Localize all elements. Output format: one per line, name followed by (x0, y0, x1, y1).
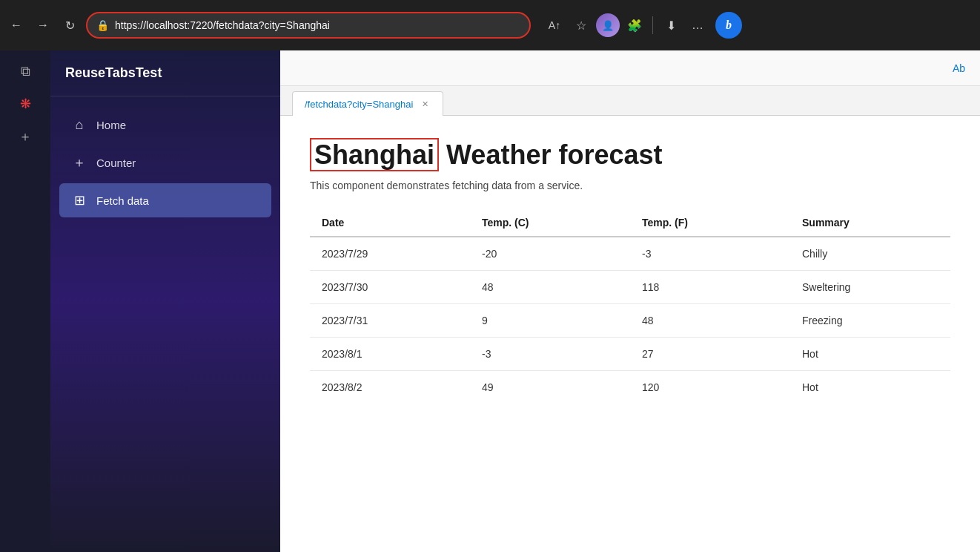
copy-icon[interactable]: ⧉ (12, 58, 39, 85)
tab-fetchdata[interactable]: /fetchdata?city=Shanghai ✕ (292, 91, 443, 116)
cell-temp_f: 48 (630, 304, 790, 338)
sidebar-item-counter-label: Counter (96, 157, 136, 169)
profile-avatar[interactable]: 👤 (596, 13, 620, 37)
cell-date: 2023/7/30 (310, 271, 470, 304)
sidebar: ReuseTabsTest ⌂ Home ＋ Counter ⊞ Fetch d… (50, 50, 280, 552)
downloads-button[interactable]: ⬇ (659, 13, 683, 37)
table-row: 2023/7/29-20-3Chilly (310, 237, 950, 271)
table-row: 2023/7/3048118Sweltering (310, 271, 950, 304)
browser-menu-button[interactable]: … (686, 13, 709, 37)
cell-summary: Sweltering (790, 271, 950, 304)
cell-temp_f: -3 (630, 237, 790, 271)
sidebar-nav: ⌂ Home ＋ Counter ⊞ Fetch data (50, 96, 280, 229)
reload-button[interactable]: ↻ (59, 15, 80, 36)
app-container: ⧉ ❋ ＋ ReuseTabsTest ⌂ Home ＋ Counter ⊞ F… (0, 50, 980, 552)
plus-icon: ＋ (71, 154, 87, 171)
col-temp-f: Temp. (F) (630, 209, 790, 237)
city-name: Shanghai (310, 138, 439, 171)
extensions-button[interactable]: 🧩 (623, 13, 646, 37)
cell-summary: Hot (790, 338, 950, 371)
sidebar-outer: ⧉ ❋ ＋ (0, 50, 50, 552)
table-row: 2023/8/1-327Hot (310, 338, 950, 371)
content-topbar: Ab (280, 50, 980, 86)
cell-summary: Chilly (790, 237, 950, 271)
add-tab-icon[interactable]: ＋ (12, 123, 39, 150)
forward-button[interactable]: → (33, 15, 53, 36)
sidebar-item-home-label: Home (96, 119, 126, 131)
favorites-button[interactable]: ☆ (569, 13, 593, 37)
cell-temp_f: 27 (630, 338, 790, 371)
grid-icon: ⊞ (71, 192, 87, 208)
cell-temp_f: 120 (630, 371, 790, 404)
about-link[interactable]: Ab (953, 62, 965, 74)
page-title: Shanghai Weather forecast (310, 139, 950, 171)
cell-date: 2023/7/31 (310, 304, 470, 338)
browser-toolbar: A↑ ☆ 👤 🧩 ⬇ … b (543, 12, 742, 39)
col-summary: Summary (790, 209, 950, 237)
weather-table: Date Temp. (C) Temp. (F) Summary 2023/7/… (310, 209, 950, 404)
cell-temp_f: 118 (630, 271, 790, 304)
bing-button[interactable]: b (715, 12, 742, 39)
cell-date: 2023/7/29 (310, 237, 470, 271)
page-subtitle: This component demonstrates fetching dat… (310, 180, 950, 191)
sidebar-item-home[interactable]: ⌂ Home (59, 108, 271, 142)
url-input[interactable]: https://localhost:7220/fetchdata?city=Sh… (115, 19, 520, 31)
read-aloud-button[interactable]: A↑ (543, 13, 566, 37)
lock-icon: 🔒 (96, 19, 109, 31)
sidebar-item-counter[interactable]: ＋ Counter (59, 145, 271, 180)
cell-temp_c: 9 (470, 304, 630, 338)
tab-label: /fetchdata?city=Shanghai (305, 99, 413, 110)
separator (652, 16, 653, 34)
sidebar-item-fetchdata[interactable]: ⊞ Fetch data (59, 183, 271, 217)
cell-summary: Hot (790, 371, 950, 404)
app-brand: ReuseTabsTest (50, 50, 280, 96)
title-suffix: Weather forecast (439, 139, 662, 170)
cell-date: 2023/8/1 (310, 338, 470, 371)
cell-temp_c: 49 (470, 371, 630, 404)
tabs-bar: /fetchdata?city=Shanghai ✕ (280, 86, 980, 116)
tab-close-button[interactable]: ✕ (419, 98, 431, 110)
col-date: Date (310, 209, 470, 237)
address-bar[interactable]: 🔒 https://localhost:7220/fetchdata?city=… (86, 12, 531, 39)
cell-date: 2023/8/2 (310, 371, 470, 404)
cell-summary: Freezing (790, 304, 950, 338)
back-button[interactable]: ← (6, 15, 27, 36)
table-row: 2023/8/249120Hot (310, 371, 950, 404)
home-icon: ⌂ (71, 117, 87, 133)
cell-temp_c: -20 (470, 237, 630, 271)
table-row: 2023/7/31948Freezing (310, 304, 950, 338)
cell-temp_c: -3 (470, 338, 630, 371)
cell-temp_c: 48 (470, 271, 630, 304)
main-content: Shanghai Weather forecast This component… (280, 116, 980, 552)
sidebar-item-fetchdata-label: Fetch data (96, 194, 149, 207)
table-header-row: Date Temp. (C) Temp. (F) Summary (310, 209, 950, 237)
vivaldi-icon[interactable]: ❋ (12, 91, 39, 117)
browser-chrome: ← → ↻ 🔒 https://localhost:7220/fetchdata… (0, 0, 980, 50)
content-area: Ab /fetchdata?city=Shanghai ✕ Shanghai W… (280, 50, 980, 552)
col-temp-c: Temp. (C) (470, 209, 630, 237)
